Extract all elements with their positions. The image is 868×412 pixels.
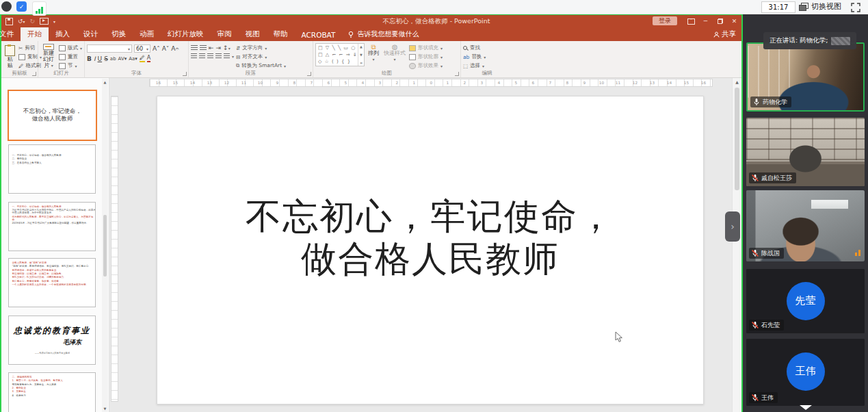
shape-fill-button[interactable]: 形状填充▾ [409,44,443,51]
fullscreen-icon[interactable] [851,2,860,12]
ruler-number: 2 [459,81,471,85]
current-slide[interactable]: 不忘初心，牢记使命， 做合格人民教师 [157,96,704,404]
shapes-scrollbar[interactable]: ▲▼≡ [358,44,364,66]
tab-文件[interactable]: 文件 [0,27,21,41]
bold-button[interactable]: B [87,55,92,62]
redo-icon[interactable]: ↻ [30,18,36,25]
arrange-button[interactable]: ⧉排列▾ [367,43,380,69]
sign-in-button[interactable]: 登录 [653,16,677,25]
paste-button[interactable]: 粘贴 [3,43,16,69]
shape-icons-row[interactable]: □ △ ⌐ ⌐ ⇒ ⇓ [318,51,362,58]
paragraph-dialog-launcher[interactable] [307,72,311,76]
start-slideshow-icon[interactable] [40,18,49,25]
tell-me-box[interactable]: 告诉我您想要做什么 [342,29,424,41]
ribbon-display-options-icon[interactable] [684,15,698,27]
save-icon[interactable] [5,18,13,25]
switch-view-icon [799,3,808,11]
justify-icon[interactable] [215,53,222,59]
select-button[interactable]: ⬚ 选择▾ [463,62,486,69]
new-slide-icon [43,44,54,50]
smartart-button[interactable]: ⧉ 转换为 SmartArt▾ [236,62,286,69]
tab-ACROBAT[interactable]: ACROBAT [295,29,343,41]
tab-切换[interactable]: 切换 [105,27,133,41]
shield-icon[interactable]: ✓ [16,1,27,12]
volume-indicator [855,250,860,256]
tab-开始[interactable]: 开始 [21,27,49,41]
undo-icon[interactable]: ↺▾ [18,18,25,25]
bullets-icon[interactable] [191,45,198,51]
replace-button[interactable]: ab替换▾ [463,53,486,60]
canvas-scrollbar[interactable]: ▲ [732,78,741,412]
font-color-button[interactable]: A [147,55,150,62]
clipboard-dialog-launcher[interactable] [32,72,36,76]
layout-button[interactable]: 版式▾ [59,44,82,51]
align-right-icon[interactable] [207,53,213,59]
align-center-icon[interactable] [199,53,205,59]
close-icon[interactable]: ✕ [727,15,741,27]
shape-icons-row[interactable]: ◇ ☆ ( ) { } [318,58,362,65]
character-spacing-button[interactable]: AV▾ [118,56,127,62]
slide-thumbnail-1[interactable]: 不忘初心，牢记使命，做合格人民教师 [8,90,97,141]
slide-thumbnail-2[interactable]: 一、不忘初心，牢记使命，做合格的人民教师二、爱岗敬业三、在各自岗位上教书育人 [8,144,96,194]
qat-customize-icon[interactable]: ▾ [53,19,55,24]
grow-font-button[interactable]: A˄ [153,45,160,52]
blurred-name [831,37,850,45]
italic-button[interactable]: I [94,55,96,62]
quick-styles-button[interactable]: ◍快速样式▾ [382,43,407,69]
align-text-button[interactable]: ⊟ 对齐文本▾ [236,53,286,60]
reset-button[interactable]: 重置 [59,53,82,60]
switch-view-button[interactable]: 切换视图 [799,1,841,12]
scroll-more-participants-icon[interactable] [800,405,812,410]
strikethrough-button[interactable]: S [104,55,108,62]
decrease-indent-icon[interactable]: ⇤ [209,44,214,51]
tab-设计[interactable]: 设计 [77,27,105,41]
participant-tile[interactable]: 药物化学 [746,42,865,112]
participant-tile[interactable]: 王伟 王伟 [746,339,865,406]
shape-effects-button[interactable]: 形状效果▾ [409,62,443,69]
app-circle-icon[interactable] [1,1,12,12]
thumbnail-scrollbar[interactable]: ▲▼ [102,79,108,412]
drawing-dialog-launcher[interactable] [455,72,459,76]
new-slide-button[interactable]: 新建幻灯片 ▾ [40,43,57,69]
slide-thumbnail-4[interactable]: 合格人民教师，做“四有”好老师“四有”好老师，要有理想信念、有道德情操、有扎实学… [8,258,96,307]
font-dialog-launcher[interactable] [183,72,187,76]
restore-icon[interactable] [713,15,727,27]
text-direction-button[interactable]: ⇵ 文字方向▾ [236,44,286,51]
slide-thumbnail-5[interactable]: 忠诚党的教育事业毛泽东——毛泽东同志为人民教育事业题词 [8,316,96,365]
underline-button[interactable]: U [98,55,103,62]
participant-tile[interactable]: 先莹 石先莹 [746,269,865,333]
tab-帮助[interactable]: 帮助 [267,27,295,41]
slide-thumbnail-6[interactable]: 二、师德师风规范1、爱国守法：依法执教、敬业爱岗、教书育人规范教育教学行为，关爱… [8,372,96,412]
minimize-icon[interactable]: ─ [698,15,713,27]
participant-tile[interactable]: 戚自松王莎 [746,118,865,186]
shape-outline-button[interactable]: 形状轮廓▾ [409,53,443,60]
columns-icon[interactable] [224,53,230,59]
tab-动画[interactable]: 动画 [133,27,161,41]
clear-format-button[interactable]: A𝄐 [171,45,179,53]
signal-bars-icon[interactable] [32,1,47,16]
numbering-icon[interactable] [200,45,207,51]
tab-插入[interactable]: 插入 [49,27,77,41]
text-shadow-button[interactable]: ab [110,56,116,62]
font-name-combo[interactable]: ▾ [87,44,132,53]
section-button[interactable]: 节▾ [59,62,82,69]
align-left-icon[interactable] [191,53,197,59]
shapes-gallery[interactable]: ▲▼≡ □ ▽ ╲ ╲ ▭ ○□ △ ⌐ ⌐ ⇒ ⇓◇ ☆ ( ) { } [315,43,365,66]
tab-审阅[interactable]: 审阅 [211,27,239,41]
increase-indent-icon[interactable]: ⇥ [216,44,222,51]
participant-tile[interactable]: 陈战国 [746,190,865,261]
font-size-combo[interactable]: 60▾ [134,44,150,53]
shape-icons-row[interactable]: □ ▽ ╲ ╲ ▭ ○ [318,44,362,51]
find-button[interactable]: 查找 [463,44,486,51]
tab-视图[interactable]: 视图 [239,27,267,41]
tab-幻灯片放映[interactable]: 幻灯片放映 [161,27,211,41]
line-spacing-icon[interactable]: ↕▾ [223,44,231,51]
share-button[interactable]: 共享 [713,29,736,39]
sidebar-collapse-toggle[interactable]: › [725,211,740,242]
slide-thumbnail-3[interactable]: 一、不忘初心，牢记使命：做合格的人民教师习近平总书记在党的十九大报告中指出，中国… [8,202,96,251]
ruler-number: 1 [442,81,454,85]
slide-title-text[interactable]: 不忘初心，牢记使命， 做合格人民教师 [157,195,703,280]
highlight-color-button[interactable]: 🖉 [140,55,145,62]
change-case-button[interactable]: Aa▾ [129,56,137,62]
shrink-font-button[interactable]: A˅ [162,45,170,52]
